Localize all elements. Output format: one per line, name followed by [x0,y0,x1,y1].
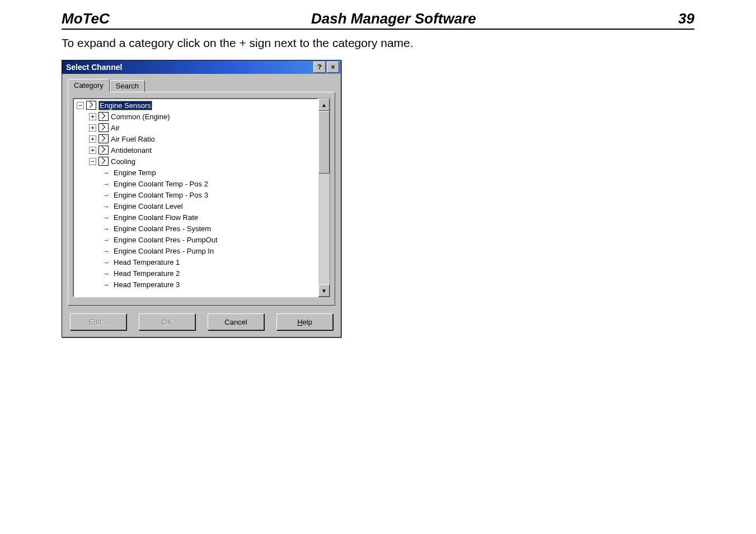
expander-icon[interactable]: − [77,102,84,109]
page-number: 39 [655,10,694,27]
tab-category[interactable]: Category [68,79,110,92]
tree-label: Engine Coolant Pres - Pump In [114,247,214,255]
help-button[interactable]: Help [276,313,333,330]
tree-label: Engine Coolant Pres - System [114,224,211,233]
help-titlebar-button[interactable]: ? [313,62,326,73]
scroll-up-button[interactable]: ▲ [318,99,330,111]
arrow-icon: → [101,180,110,188]
tree-label: Head Temperature 3 [114,280,180,289]
arrow-icon: → [101,280,110,289]
folder-icon [86,101,96,110]
folder-icon [98,134,109,143]
tree-leaf[interactable]: →Engine Coolant Temp - Pos 2 [73,178,318,189]
doc-header: MoTeC Dash Manager Software 39 [62,10,694,30]
cancel-button[interactable]: Cancel [208,313,264,330]
brand: MoTeC [62,10,110,27]
dialog-button-row: Edit... OK Cancel Help [68,313,335,330]
tree-node[interactable]: + Air Fuel Ratio [73,133,318,144]
tree-label: Engine Coolant Pres - PumpOut [114,236,218,244]
edit-button[interactable]: Edit... [70,313,126,330]
arrow-icon: → [101,224,110,233]
folder-icon [98,123,109,132]
tree-leaf[interactable]: →Engine Coolant Temp - Pos 3 [73,189,318,200]
arrow-icon: → [101,258,110,266]
tree-label: Engine Coolant Level [114,202,183,210]
tree-leaf[interactable]: →Engine Coolant Level [73,200,318,212]
tree-label: Air [111,124,120,132]
close-titlebar-button[interactable]: × [327,62,339,73]
tree-leaf[interactable]: →Head Temperature 2 [73,268,318,279]
expander-icon[interactable]: + [89,124,96,132]
arrow-icon: → [101,191,110,199]
tree-node-root[interactable]: − Engine Sensors [73,100,318,111]
tree-label: Engine Temp [114,168,156,177]
expander-icon[interactable]: + [89,147,96,154]
expander-icon[interactable]: + [89,113,96,120]
tree-node[interactable]: + Common (Engine) [73,111,318,122]
expander-icon[interactable]: + [89,135,96,143]
tree-label: Engine Coolant Temp - Pos 2 [114,180,208,188]
expander-icon[interactable]: − [89,158,96,165]
doc-title: Dash Manager Software [132,10,655,27]
tabstrip: Category Search [68,79,335,92]
tree-label: Head Temperature 1 [114,258,180,266]
tree-label: Head Temperature 2 [114,269,180,278]
tree-label: Engine Coolant Temp - Pos 3 [114,191,208,199]
intro-text: To expand a category click on the + sign… [62,36,694,50]
select-channel-dialog: Select Channel ? × Category Search − Eng… [62,60,341,338]
folder-icon [98,112,109,121]
tab-panel-category: − Engine Sensors + Common (Engine) [68,92,335,306]
tree-node[interactable]: + Air [73,122,318,133]
arrow-icon: → [101,236,110,244]
tree-node[interactable]: − Cooling [73,156,318,167]
tree-label-selected: Engine Sensors [98,101,152,110]
scroll-thumb[interactable] [318,111,330,174]
tree-leaf[interactable]: →Head Temperature 3 [73,279,318,290]
arrow-icon: → [101,247,110,255]
tree-leaf[interactable]: →Engine Coolant Pres - System [73,223,318,234]
tree-node[interactable]: + Antidetonant [73,144,318,156]
ok-button[interactable]: OK [139,313,195,330]
arrow-icon: → [101,168,110,177]
folder-icon [98,146,109,154]
dialog-title: Select Channel [64,63,312,72]
scroll-down-button[interactable]: ▼ [318,284,330,297]
scroll-track[interactable] [318,111,330,284]
tree-label: Common (Engine) [111,113,170,121]
titlebar: Select Channel ? × [62,60,341,74]
tree-label: Air Fuel Ratio [111,135,155,143]
tree-leaf[interactable]: →Engine Coolant Pres - PumpOut [73,234,318,245]
tree-scrollbar[interactable]: ▲ ▼ [318,98,330,297]
tree-label: Cooling [111,157,135,166]
tree-label: Engine Coolant Flow Rate [114,213,198,222]
folder-icon [98,157,109,166]
tree-leaf[interactable]: →Engine Coolant Pres - Pump In [73,245,318,256]
tree-leaf[interactable]: →Engine Temp [73,167,318,178]
category-tree[interactable]: − Engine Sensors + Common (Engine) [73,98,318,297]
tree-leaf[interactable]: →Engine Coolant Flow Rate [73,212,318,223]
arrow-icon: → [101,202,110,210]
arrow-icon: → [101,269,110,278]
tree-label: Antidetonant [111,146,152,154]
tree-leaf[interactable]: →Head Temperature 1 [73,256,318,268]
arrow-icon: → [101,213,110,222]
